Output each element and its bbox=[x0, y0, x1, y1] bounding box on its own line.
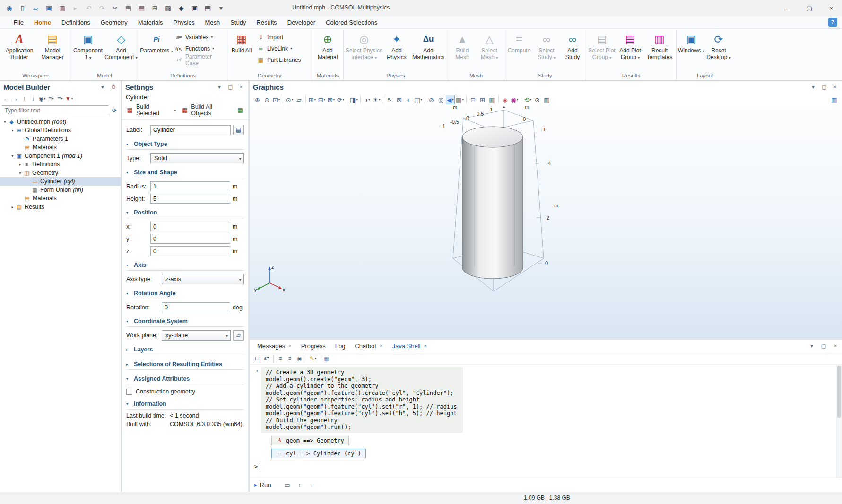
parameters-button[interactable]: Pi Parameters ▾ bbox=[140, 30, 173, 54]
section-header-coordinate-system[interactable]: ▾ Coordinate System bbox=[126, 316, 244, 327]
work-plane-select[interactable]: xy-plane ▾ bbox=[162, 330, 231, 341]
tree-item-definitions[interactable]: ▸ ≡ Definitions bbox=[0, 160, 121, 169]
application-builder-shortcut-icon[interactable]: ▣ bbox=[190, 4, 199, 13]
menu-tab-geometry[interactable]: Geometry bbox=[95, 17, 133, 28]
build-selected-button[interactable]: ▦ Build Selected ▾ bbox=[126, 103, 176, 117]
section-header-information[interactable]: ▾ Information bbox=[126, 399, 244, 410]
close-panel-icon[interactable]: × bbox=[237, 83, 245, 91]
panel-menu-caret-icon[interactable]: ▾ bbox=[808, 342, 816, 350]
close-panel-icon[interactable]: × bbox=[831, 83, 839, 91]
go-to-default-view-icon[interactable]: ⊙▾ bbox=[285, 95, 294, 104]
box-select-icon[interactable]: ⊠ bbox=[395, 95, 404, 104]
expander-icon[interactable]: ▸ bbox=[17, 162, 23, 167]
toggle-selection-icon[interactable]: ▦ bbox=[236, 106, 244, 114]
java-shell-output[interactable]: ▾ // Create a 3D geometry model.geom().c… bbox=[250, 365, 842, 478]
copy-icon[interactable]: ▤ bbox=[124, 4, 133, 13]
close-tab-icon[interactable]: × bbox=[380, 343, 382, 349]
menu-tab-definitions[interactable]: Definitions bbox=[56, 17, 95, 28]
rotation-input[interactable] bbox=[162, 302, 230, 312]
output-geom-badge[interactable]: A geom ==> Geometry bbox=[271, 436, 349, 445]
keyboard-shortcuts-icon[interactable]: ▦ bbox=[322, 354, 331, 363]
radius-input[interactable] bbox=[150, 181, 230, 191]
panel-menu-caret-icon[interactable]: ▾ bbox=[99, 83, 106, 91]
functions-button[interactable]: f(x) Functions ▾ bbox=[173, 43, 226, 53]
menu-tab-colored-selections[interactable]: Colored Selections bbox=[321, 17, 382, 28]
axis-type-select[interactable]: z-axis ▾ bbox=[162, 274, 244, 284]
split-view-icon[interactable]: ⊟ bbox=[469, 95, 477, 104]
windows-button[interactable]: ▣ Windows ▾ bbox=[677, 30, 705, 54]
menu-tab-materials[interactable]: Materials bbox=[133, 17, 168, 28]
show-grid-icon[interactable]: ▦ bbox=[487, 95, 496, 104]
import-button[interactable]: ⇓ Import bbox=[255, 32, 311, 42]
tab-chatbot[interactable]: Chatbot × bbox=[350, 340, 387, 352]
menu-tab-results[interactable]: Results bbox=[251, 17, 282, 28]
z-input[interactable] bbox=[150, 246, 230, 256]
tree-item-materials-component[interactable]: ▤ Materials bbox=[0, 194, 121, 203]
result-templates-button[interactable]: ▥ Result Templates bbox=[644, 30, 675, 60]
save-icon[interactable]: ▣ bbox=[44, 4, 53, 13]
menu-tab-mesh[interactable]: Mesh bbox=[200, 17, 225, 28]
tree-filter-input[interactable] bbox=[2, 105, 108, 115]
pin-icon[interactable]: ⊙ bbox=[110, 83, 117, 91]
go-forward-icon[interactable]: → bbox=[11, 94, 19, 103]
float-panel-icon[interactable]: ▢ bbox=[226, 83, 234, 91]
construction-geometry-checkbox[interactable] bbox=[126, 389, 132, 395]
add-material-button[interactable]: ⊕ Add Material bbox=[313, 30, 342, 60]
height-input[interactable] bbox=[150, 194, 230, 204]
clear-console-icon[interactable]: ⊟ bbox=[253, 354, 261, 363]
help-button[interactable]: ? bbox=[828, 18, 837, 27]
save-as-icon[interactable]: ▥ bbox=[58, 4, 67, 13]
tab-messages[interactable]: Messages × bbox=[252, 340, 296, 352]
material-color-icon[interactable]: ◑▾ bbox=[363, 95, 372, 104]
appearance-menu-icon[interactable]: ◨▾ bbox=[349, 95, 358, 104]
selection-colors-icon[interactable]: ◈ bbox=[501, 95, 510, 104]
output-cyl-badge[interactable]: ▭ cyl ==> Cylinder (cyl) bbox=[271, 449, 366, 458]
expander-icon[interactable]: ▾ bbox=[2, 120, 8, 124]
maximize-view-icon[interactable]: ⊞ bbox=[478, 95, 487, 104]
add-study-button[interactable]: ∞ Add Study bbox=[560, 30, 585, 60]
zoom-out-icon[interactable]: ⊖ bbox=[262, 95, 271, 104]
delete-icon[interactable]: ▩ bbox=[164, 4, 173, 13]
tab-progress[interactable]: Progress bbox=[296, 340, 330, 352]
section-header-size-and-shape[interactable]: ▾ Size and Shape bbox=[126, 168, 244, 178]
tree-item-global-definitions[interactable]: ▾ ⊕ Global Definitions bbox=[0, 126, 121, 135]
open-editor-icon[interactable]: ▭ bbox=[282, 480, 292, 490]
tab-log[interactable]: Log bbox=[330, 340, 350, 352]
part-libraries-button[interactable]: ▤ Part Libraries bbox=[255, 55, 311, 65]
expander-icon[interactable]: ▾ bbox=[9, 154, 16, 158]
reset-hiding-icon[interactable]: ◎ bbox=[436, 95, 445, 104]
fold-code-icon[interactable]: ▾ bbox=[253, 367, 261, 373]
section-header-selections[interactable]: ▸ Selections of Resulting Entities bbox=[126, 359, 244, 370]
tree-item-cylinder[interactable]: ▭ Cylinder (cyl) bbox=[0, 177, 121, 186]
highlight-syntax-icon[interactable]: ✎▾ bbox=[309, 354, 317, 363]
minimize-button[interactable]: – bbox=[777, 0, 799, 16]
paste-icon[interactable]: ▦ bbox=[137, 4, 146, 13]
float-panel-icon[interactable]: ▢ bbox=[820, 83, 828, 91]
zoom-extents-icon[interactable]: ⊡▾ bbox=[272, 95, 281, 104]
tree-item-materials-global[interactable]: ▤ Materials bbox=[0, 143, 121, 152]
add-physics-button[interactable]: ✦ Add Physics bbox=[383, 30, 410, 60]
build-all-objects-button[interactable]: ▦ Build All Objects bbox=[181, 103, 232, 117]
view-yz-plane-icon[interactable]: ⊟▾ bbox=[317, 95, 326, 104]
menu-tab-physics[interactable]: Physics bbox=[168, 17, 200, 28]
tree-item-component-1[interactable]: ▾ ▣ Component 1 (mod 1) bbox=[0, 152, 121, 160]
move-up-icon[interactable]: ↑ bbox=[20, 94, 28, 103]
move-down-icon[interactable]: ↓ bbox=[29, 94, 37, 103]
open-file-icon[interactable]: ▱ bbox=[31, 4, 40, 13]
close-button[interactable]: × bbox=[820, 0, 842, 16]
run-play-icon[interactable]: ▸ bbox=[254, 482, 257, 488]
rotate-view-icon[interactable]: ⟳▾ bbox=[336, 95, 345, 104]
section-header-rotation-angle[interactable]: ▾ Rotation Angle bbox=[126, 289, 244, 299]
label-input[interactable] bbox=[150, 125, 231, 135]
menu-tab-file[interactable]: File bbox=[9, 17, 29, 28]
model-manager-shortcut-icon[interactable]: ▤ bbox=[203, 4, 212, 13]
next-command-icon[interactable]: ↓ bbox=[307, 480, 316, 490]
x-input[interactable] bbox=[150, 222, 230, 231]
add-work-plane-icon[interactable]: ▱ bbox=[233, 330, 244, 341]
refresh-icon[interactable]: ⟳ bbox=[110, 106, 119, 115]
show-output-icon[interactable]: ◉ bbox=[295, 354, 304, 363]
close-tab-icon[interactable]: × bbox=[288, 343, 291, 349]
tree-item-results[interactable]: ▸ ▤ Results bbox=[0, 203, 121, 211]
duplicate-icon[interactable]: ⊞ bbox=[150, 4, 159, 13]
filter-menu-icon[interactable]: ▼▾ bbox=[65, 94, 73, 103]
